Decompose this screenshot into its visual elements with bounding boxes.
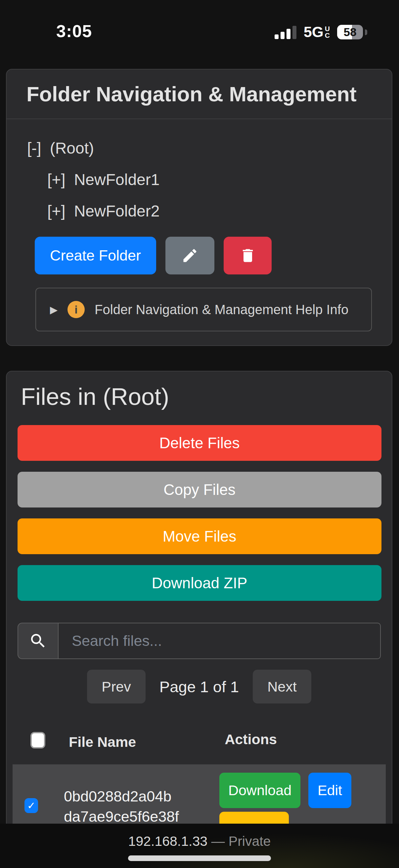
folder-tree: [-] (Root) [+] NewFolder1 [+] NewFolder2 <box>27 132 372 227</box>
files-heading: Files in (Root) <box>21 383 381 410</box>
folder-help-disclosure[interactable]: ▶ i Folder Navigation & Management Help … <box>35 288 372 331</box>
search-icon <box>29 632 47 650</box>
status-bar: 3:05 5G U C 58 <box>0 0 399 69</box>
iphone-screen: 3:05 5G U C 58 Folder Navigation & Manag… <box>0 0 399 868</box>
file-name-cell: 0bd0288d2a04b da7ae9ce5f6e38f <box>64 786 179 827</box>
move-files-button[interactable]: Move Files <box>18 519 381 554</box>
battery-nub <box>365 29 367 35</box>
network-sub-top: U <box>325 26 330 32</box>
url-text[interactable]: 192.168.1.33 <box>128 834 207 849</box>
network-sub-bottom: C <box>325 32 330 39</box>
search-addon <box>18 623 58 659</box>
files-card: Files in (Root) Delete Files Copy Files … <box>6 371 392 831</box>
delete-folder-button[interactable] <box>224 237 272 274</box>
tree-item-newfolder2[interactable]: [+] NewFolder2 <box>27 195 372 227</box>
network-type-label: 5G <box>304 24 324 41</box>
download-file-button[interactable]: Download <box>219 773 300 808</box>
status-time: 3:05 <box>56 21 92 41</box>
battery-icon: 58 <box>337 25 363 39</box>
expand-toggle[interactable]: [+] <box>47 202 66 220</box>
tree-item-root[interactable]: [-] (Root) <box>27 132 372 164</box>
expand-toggle[interactable]: [+] <box>47 170 66 189</box>
trash-icon <box>239 247 257 264</box>
checkmark-icon: ✓ <box>27 800 35 811</box>
table-row: ✓ 0bd0288d2a04b da7ae9ce5f6e38f Download… <box>12 764 386 831</box>
safari-bottom-bar: 192.168.1.33 — Private <box>0 824 399 868</box>
select-all-checkbox[interactable] <box>30 732 45 748</box>
table-header: File Name Actions <box>18 731 381 752</box>
row-checkbox-checked[interactable]: ✓ <box>25 798 38 813</box>
folder-card-header: Folder Navigation & Management <box>7 69 392 119</box>
folder-card-title: Folder Navigation & Management <box>27 82 357 106</box>
tree-item-label[interactable]: NewFolder1 <box>74 170 160 189</box>
copy-files-button[interactable]: Copy Files <box>18 472 381 507</box>
folder-management-card: Folder Navigation & Management [-] (Root… <box>6 69 392 346</box>
cellular-signal-icon <box>275 25 296 39</box>
prev-page-button[interactable]: Prev <box>87 670 145 704</box>
next-page-button[interactable]: Next <box>253 670 311 704</box>
battery-percent: 58 <box>337 25 363 39</box>
tree-item-label[interactable]: (Root) <box>50 139 94 157</box>
pencil-icon <box>181 247 199 264</box>
address-bar[interactable]: 192.168.1.33 — Private <box>0 834 399 849</box>
create-folder-button[interactable]: Create Folder <box>35 237 156 274</box>
delete-files-button[interactable]: Delete Files <box>18 425 381 461</box>
private-mode-label: — Private <box>207 834 271 849</box>
download-zip-button[interactable]: Download ZIP <box>18 565 381 601</box>
tree-item-label[interactable]: NewFolder2 <box>74 202 160 220</box>
collapse-toggle[interactable]: [-] <box>27 139 41 157</box>
network-type-indicator: 5G U C <box>304 24 330 41</box>
tree-item-newfolder1[interactable]: [+] NewFolder1 <box>27 164 372 195</box>
column-header-actions: Actions <box>221 731 280 747</box>
folder-help-label: Folder Navigation & Management Help Info <box>95 302 348 317</box>
home-indicator[interactable] <box>128 856 271 861</box>
file-name-line1: 0bd0288d2a04b <box>64 786 179 806</box>
column-header-file-name: File Name <box>69 734 136 750</box>
edit-file-button[interactable]: Edit <box>308 773 352 808</box>
rename-folder-button[interactable] <box>165 237 214 274</box>
disclosure-triangle-icon[interactable]: ▶ <box>50 304 58 315</box>
page-indicator: Page 1 of 1 <box>160 678 239 696</box>
search-input[interactable] <box>58 623 381 659</box>
info-icon: i <box>67 301 85 318</box>
